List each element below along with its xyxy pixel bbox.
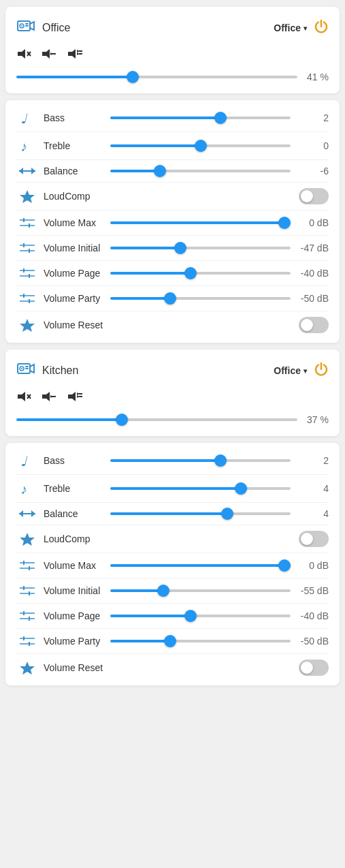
treble-slider-container — [110, 487, 291, 490]
svg-marker-19 — [19, 168, 23, 174]
svg-marker-38 — [20, 319, 35, 332]
volume-pct-label: 37 % — [304, 414, 329, 425]
volumemax-value: 0 dB — [296, 560, 329, 571]
volumereset-icon — [16, 317, 38, 332]
eq-row-treble-label: ♪ Treble 0 — [16, 132, 329, 160]
chevron-down-icon: ▾ — [303, 367, 307, 375]
bass-value: 2 — [296, 112, 329, 123]
treble-value: 0 — [296, 140, 329, 151]
loudcomp-icon — [16, 531, 38, 546]
volumepage-icon — [16, 609, 38, 623]
volumemax-label: Volume Max — [44, 217, 105, 228]
svg-rect-4 — [25, 25, 29, 27]
zone-card-kitchen: Kitchen Office ▾ — [5, 350, 340, 436]
treble-value: 4 — [296, 483, 329, 494]
bass-value: 2 — [296, 455, 329, 466]
volumeinitial-value: -55 dB — [296, 585, 329, 596]
eq-row-bass-label: ♩ Bass 2 — [16, 104, 329, 132]
eq-row-volumepage-label: Volume Page -40 dB — [16, 261, 329, 286]
volume-slider-row: 37 % — [16, 413, 329, 427]
volume-up-icon[interactable] — [67, 48, 84, 63]
balance-label: Balance — [44, 508, 105, 519]
svg-text:♩: ♩ — [20, 111, 28, 126]
eq-row-volumeinitial-label: Volume Initial -55 dB — [16, 578, 329, 604]
volumemax-label: Volume Max — [44, 560, 105, 571]
balance-icon — [16, 508, 38, 519]
volumemax-icon — [16, 559, 38, 572]
volumeinitial-value: -47 dB — [296, 243, 329, 253]
volumeinitial-label: Volume Initial — [44, 243, 105, 253]
device-header: Office Office ▾ — [16, 16, 329, 40]
eq-row-volumereset-label: Volume Reset — [16, 311, 329, 339]
svg-rect-3 — [25, 23, 29, 25]
eq-section-office: ♩ Bass 2 ♪ Treble 0 Balance — [5, 100, 340, 343]
volume-pct-label: 41 % — [304, 72, 329, 82]
volume-down-icon[interactable] — [41, 48, 57, 63]
volume-down-icon[interactable] — [41, 390, 57, 406]
svg-marker-10 — [50, 52, 53, 55]
bass-icon: ♩ — [16, 452, 38, 469]
volumepage-value: -40 dB — [296, 610, 329, 621]
svg-marker-50 — [68, 392, 76, 401]
device-icon — [16, 359, 35, 382]
svg-marker-20 — [31, 168, 35, 174]
volume-up-icon[interactable] — [67, 390, 84, 406]
loudcomp-icon — [16, 189, 38, 204]
bass-label: Bass — [44, 112, 105, 123]
balance-value: 4 — [296, 508, 329, 519]
volumereset-label: Volume Reset — [44, 320, 105, 330]
svg-marker-5 — [18, 49, 25, 59]
volumeparty-slider-container — [110, 640, 291, 642]
volumeinitial-label: Volume Initial — [44, 585, 105, 596]
balance-icon — [16, 166, 38, 176]
treble-label: Treble — [44, 140, 105, 151]
treble-slider-container — [110, 144, 291, 147]
volumeinitial-icon — [16, 241, 38, 255]
svg-marker-77 — [20, 662, 35, 675]
volumemax-icon — [16, 216, 38, 230]
svg-point-2 — [21, 25, 22, 27]
svg-marker-11 — [68, 49, 76, 59]
volumepage-slider-container — [110, 272, 291, 275]
volumepage-label: Volume Page — [44, 268, 105, 279]
eq-row-balance-label: Balance 4 — [16, 503, 329, 525]
eq-row-treble-label: ♪ Treble 4 — [16, 475, 329, 503]
volumereset-icon — [16, 660, 38, 675]
balance-value: -6 — [296, 166, 329, 176]
power-button[interactable] — [314, 19, 329, 37]
volumeinitial-slider-container — [110, 247, 291, 249]
svg-marker-60 — [20, 533, 35, 546]
zone-selector[interactable]: Office ▾ — [274, 365, 307, 376]
volumepage-value: -40 dB — [296, 268, 329, 279]
treble-label: Treble — [44, 483, 105, 494]
volumeparty-icon — [16, 634, 38, 648]
mute-icon[interactable] — [16, 48, 31, 63]
svg-text:♪: ♪ — [20, 482, 27, 497]
svg-marker-44 — [18, 392, 25, 401]
bass-slider-container — [110, 117, 291, 119]
volume-slider-container — [16, 413, 297, 427]
volume-controls — [16, 48, 329, 63]
device-header: Kitchen Office ▾ — [16, 359, 329, 382]
zone-card-office: Office Office ▾ — [5, 7, 340, 93]
device-name: Kitchen — [42, 365, 78, 377]
balance-slider-container — [110, 170, 291, 172]
device-name: Office — [42, 22, 71, 34]
power-button[interactable] — [314, 362, 329, 380]
volumeparty-icon — [16, 292, 38, 305]
zone-selector[interactable]: Office ▾ — [274, 22, 307, 33]
eq-row-volumereset-label: Volume Reset — [16, 654, 329, 681]
mute-icon[interactable] — [16, 390, 31, 406]
svg-rect-42 — [25, 366, 29, 367]
volumeparty-slider-container — [110, 297, 291, 300]
volumereset-label: Volume Reset — [44, 662, 105, 673]
volumemax-slider-container — [110, 564, 291, 567]
volumemax-slider-container — [110, 221, 291, 224]
volume-controls — [16, 390, 329, 406]
zone-name: Office — [274, 365, 301, 376]
loudcomp-label: LoudComp — [44, 533, 105, 544]
eq-row-balance-label: Balance -6 — [16, 160, 329, 183]
eq-row-loudcomp-label: LoudComp — [16, 525, 329, 553]
volumeparty-value: -50 dB — [296, 293, 329, 304]
volumeinitial-slider-container — [110, 589, 291, 592]
